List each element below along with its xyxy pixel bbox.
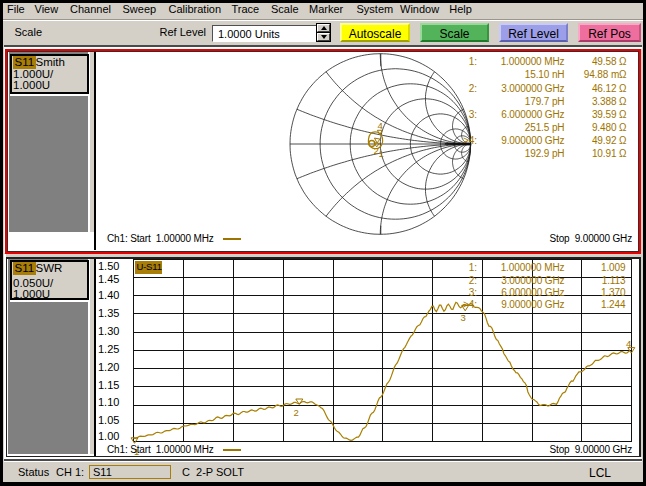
- svg-text:4: 4: [626, 338, 631, 349]
- svg-text:3: 3: [461, 311, 466, 322]
- svg-text:2: 2: [294, 406, 299, 417]
- svg-text:4: 4: [378, 120, 383, 131]
- svg-text:1: 1: [379, 147, 384, 158]
